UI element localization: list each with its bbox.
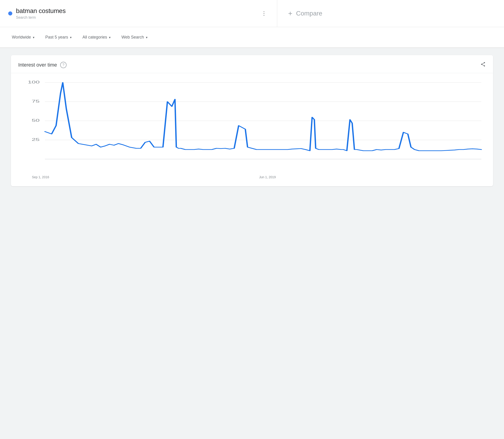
location-filter[interactable]: Worldwide ▾ bbox=[8, 33, 38, 42]
svg-text:75: 75 bbox=[32, 99, 40, 103]
x-label-start: Sep 1, 2016 bbox=[32, 175, 49, 179]
svg-point-1 bbox=[481, 64, 482, 65]
filters-bar: Worldwide ▾ Past 5 years ▾ All categorie… bbox=[0, 27, 504, 48]
search-term-card: batman costumes Search term ⋮ bbox=[0, 0, 277, 27]
time-filter[interactable]: Past 5 years ▾ bbox=[42, 33, 75, 42]
svg-text:25: 25 bbox=[32, 137, 40, 142]
help-icon[interactable]: ? bbox=[60, 62, 67, 68]
compare-label: Compare bbox=[296, 10, 322, 17]
x-label-mid: Jun 1, 2019 bbox=[259, 175, 276, 179]
top-section: batman costumes Search term ⋮ + Compare bbox=[0, 0, 504, 27]
svg-text:100: 100 bbox=[28, 80, 40, 84]
time-filter-label: Past 5 years bbox=[45, 35, 68, 40]
x-axis-labels: Sep 1, 2016 Jun 1, 2019 bbox=[18, 173, 486, 179]
search-term-dot bbox=[8, 12, 12, 15]
share-icon[interactable] bbox=[480, 61, 486, 68]
search-term-left: batman costumes Search term bbox=[8, 7, 66, 20]
category-filter-label: All categories bbox=[83, 35, 107, 40]
svg-point-0 bbox=[484, 62, 485, 63]
search-term-info: batman costumes Search term bbox=[16, 7, 66, 20]
interest-over-time-card: Interest over time ? bbox=[11, 55, 493, 186]
location-chevron-icon: ▾ bbox=[33, 36, 34, 39]
search-type-filter-label: Web Search bbox=[122, 35, 144, 40]
svg-text:50: 50 bbox=[32, 118, 40, 123]
search-type-filter[interactable]: Web Search ▾ bbox=[118, 33, 151, 42]
category-filter[interactable]: All categories ▾ bbox=[79, 33, 114, 42]
svg-line-4 bbox=[482, 64, 484, 65]
search-term-name: batman costumes bbox=[16, 7, 66, 15]
chart-title-group: Interest over time ? bbox=[18, 62, 67, 68]
category-chevron-icon: ▾ bbox=[109, 36, 111, 39]
svg-line-3 bbox=[482, 63, 484, 64]
time-chevron-icon: ▾ bbox=[70, 36, 72, 39]
compare-plus-icon: + bbox=[288, 9, 293, 18]
chart-title: Interest over time bbox=[18, 62, 57, 68]
compare-card[interactable]: + Compare bbox=[277, 0, 504, 27]
trend-chart: 100 75 50 25 bbox=[18, 78, 486, 173]
chart-area: 100 75 50 25 Sep 1, 2016 Jun 1, 2019 bbox=[11, 73, 493, 186]
main-content: Interest over time ? bbox=[0, 48, 504, 194]
more-options-icon[interactable]: ⋮ bbox=[259, 8, 269, 18]
search-term-label: Search term bbox=[16, 15, 66, 20]
location-filter-label: Worldwide bbox=[12, 35, 31, 40]
search-type-chevron-icon: ▾ bbox=[146, 36, 148, 39]
svg-point-2 bbox=[484, 65, 485, 67]
chart-header: Interest over time ? bbox=[11, 55, 493, 73]
chart-svg-container: 100 75 50 25 bbox=[18, 78, 486, 173]
